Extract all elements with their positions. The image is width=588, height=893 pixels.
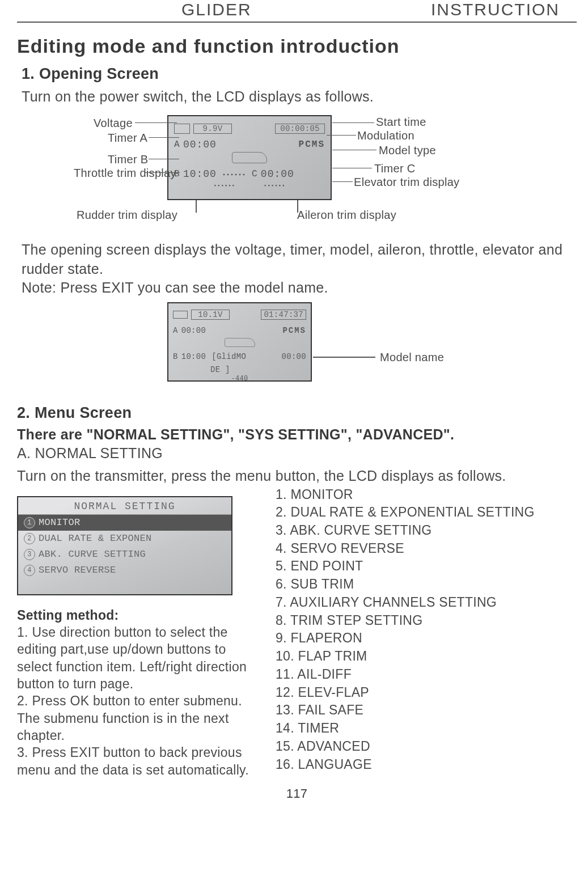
menu-item: 14. TIMER (276, 720, 535, 738)
lbl-rudder: Rudder trim display (77, 209, 177, 222)
lcd2-timerA: 00:00 (181, 326, 206, 335)
menu-item: 5. END POINT (276, 557, 535, 575)
row-text: DUAL RATE & EXPONEN (39, 533, 152, 544)
row-number-icon: 2 (24, 533, 35, 544)
lcd2-timerB: 10:00 (181, 352, 206, 361)
menu-item: 7. AUXILIARY CHANNELS SETTING (276, 594, 535, 612)
page-header: GLIDER INSTRUCTION (17, 0, 577, 23)
sec1-para: The opening screen displays the voltage,… (22, 240, 577, 298)
timerA-label: A (174, 139, 180, 150)
battery-icon (173, 311, 188, 319)
timerC-label: C (252, 169, 257, 179)
dots-icon: ▪▪▪▪▪▪ (222, 172, 246, 178)
model-name-diagram: 10.1V 01:47:37 A 00:00 PCMS B 10:00 [Gli… (17, 302, 577, 399)
lcd3-title: NORMAL SETTING (18, 501, 231, 515)
row-number-icon: 1 (24, 517, 35, 528)
lcd3-row: 1MONITOR (18, 515, 231, 531)
lbl-modeltype: Model type (379, 144, 436, 157)
menu-item: 15. ADVANCED (276, 738, 535, 756)
lcd-voltage: 9.9V (193, 124, 232, 134)
battery-icon (174, 124, 190, 134)
lcd-timerC: 00:00 (261, 168, 294, 180)
sec1-heading: 1. Opening Screen (22, 65, 577, 83)
row-number-icon: 3 (24, 549, 35, 560)
menu-item: 11. AIL-DIFF (276, 666, 535, 684)
menu-item: 3. ABK. CURVE SETTING (276, 522, 535, 540)
lbl-timerC: Timer C (374, 162, 415, 175)
lcd2-start-time: 01:47:37 (261, 310, 306, 320)
lcd-timerB: 10:00 (183, 168, 217, 180)
lcd2-modelname2: DE ] (210, 365, 230, 374)
lcd-timerA: 00:00 (183, 139, 217, 150)
menu-item: 10. FLAP TRIM (276, 647, 535, 666)
menu-item: 2. DUAL RATE & EXPONENTIAL SETTING (276, 503, 535, 522)
menu-item: 6. SUB TRIM (276, 575, 535, 594)
lcd3-row: 3ABK. CURVE SETTING (18, 547, 231, 562)
page-number: 117 (17, 786, 577, 801)
sec1-intro: Turn on the power switch, the LCD displa… (22, 87, 577, 107)
menu-item: 12. ELEV-FLAP (276, 684, 535, 702)
lcd2-timerA-lbl: A (173, 326, 178, 335)
lcd2-timerC: 00:00 (281, 352, 306, 361)
menu-item: 9. FLAPERON (276, 629, 535, 647)
menu-item: 16. LANGUAGE (276, 756, 535, 774)
lcd2-voltage: 10.1V (191, 310, 230, 320)
lcd3-row: 4SERVO REVERSE (18, 562, 231, 578)
method-body: 1. Use direction button to select the ed… (17, 624, 255, 778)
glider-icon (225, 338, 255, 347)
method-heading: Setting method: (17, 607, 255, 624)
lbl-start: Start time (376, 116, 426, 129)
dots-icon: ▪▪▪▪▪▪ (264, 183, 285, 189)
lbl-modulation: Modulation (357, 129, 414, 142)
row-text: SERVO REVERSE (39, 565, 116, 575)
sec2-line3: Turn on the transmitter, press the menu … (17, 467, 577, 486)
row-text: ABK. CURVE SETTING (39, 549, 146, 560)
dots-icon: ▪▪▪▪▪▪ (214, 183, 235, 189)
lbl-timerB: Timer B (108, 153, 148, 166)
lcd-start-time: 00:00:05 (275, 124, 325, 134)
glider-icon (232, 152, 267, 163)
lcd-screen-3: NORMAL SETTING 1MONITOR2DUAL RATE & EXPO… (17, 496, 232, 595)
sec2-line2: A. NORMAL SETTING (17, 444, 577, 463)
lbl-timerA: Timer A (108, 132, 147, 145)
lcd2-modulation: PCMS (282, 326, 306, 335)
menu-item: 4. SERVO REVERSE (276, 540, 535, 558)
lcd3-row: 2DUAL RATE & EXPONEN (18, 531, 231, 547)
lcd-screen-2: 10.1V 01:47:37 A 00:00 PCMS B 10:00 [Gli… (167, 302, 312, 382)
lbl-voltage: Voltage (94, 117, 133, 130)
menu-list: 1. MONITOR2. DUAL RATE & EXPONENTIAL SET… (276, 486, 535, 774)
menu-item: 13. FAIL SAFE (276, 701, 535, 720)
setting-method: Setting method: 1. Use direction button … (17, 607, 255, 779)
header-right: INSTRUCTION (431, 0, 560, 19)
menu-screen-diagram: NORMAL SETTING 1MONITOR2DUAL RATE & EXPO… (17, 496, 255, 595)
lcd2-timerB-lbl: B (173, 352, 178, 361)
lbl-aileron: Aileron trim display (297, 209, 396, 222)
lcd2-modelname1: [GlidMO (211, 352, 246, 361)
sec2-line1: There are "NORMAL SETTING", "SYS SETTING… (17, 426, 577, 443)
menu-item: 1. MONITOR (276, 486, 535, 504)
menu-item: 8. TRIM STEP SETTING (276, 612, 535, 630)
lcd-modulation: PCMS (299, 139, 325, 150)
lbl-elevator: Elevator trim display (354, 176, 459, 189)
header-left: GLIDER (181, 0, 252, 19)
row-number-icon: 4 (24, 565, 35, 576)
opening-screen-diagram: 9.9V 00:00:05 A 00:00 PCMS B 10:00 ▪▪▪▪▪… (17, 112, 577, 237)
row-text: MONITOR (39, 517, 81, 528)
sec2-heading: 2. Menu Screen (17, 404, 577, 422)
lcd-screen-1: 9.9V 00:00:05 A 00:00 PCMS B 10:00 ▪▪▪▪▪… (167, 115, 332, 200)
page-title: Editing mode and function introduction (17, 35, 577, 57)
lbl-model-name: Model name (380, 351, 444, 364)
lcd2-bottom: -440 (231, 375, 248, 383)
